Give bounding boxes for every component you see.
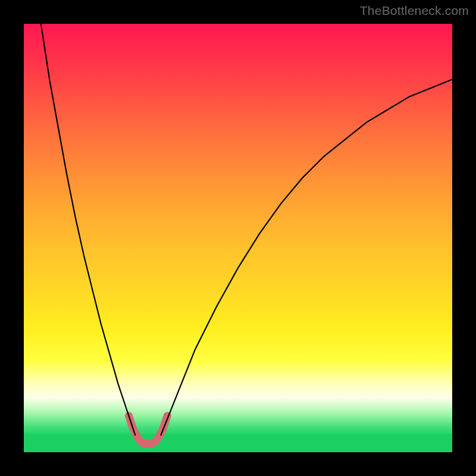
watermark-text: TheBottleneck.com	[360, 4, 469, 18]
curve-layer	[24, 24, 452, 452]
chart-frame: TheBottleneck.com	[0, 0, 476, 476]
trough-marker	[129, 416, 167, 444]
plot-area	[24, 24, 452, 452]
right-branch-curve	[161, 80, 452, 436]
left-branch-curve	[41, 24, 135, 435]
